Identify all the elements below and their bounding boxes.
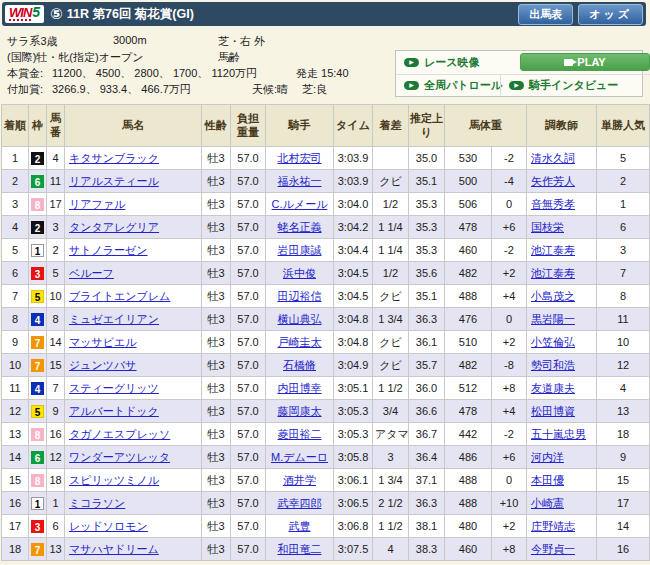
frame-cell: 1: [29, 492, 47, 515]
jockey-link[interactable]: 武豊: [289, 520, 311, 532]
weather: 天候:晴: [252, 82, 288, 97]
trainer-cell: 矢作芳人: [527, 170, 597, 193]
horse-name-link[interactable]: リアルスティール: [69, 175, 159, 187]
jockey-link[interactable]: 酒井学: [283, 474, 316, 486]
trainer-link[interactable]: 五十嵐忠男: [531, 428, 586, 440]
horse-name-link[interactable]: リアファル: [69, 198, 125, 210]
frame-badge: 3: [31, 267, 44, 280]
trainer-link[interactable]: 小島茂之: [531, 290, 575, 302]
horse-name-link[interactable]: キタサンブラック: [69, 152, 159, 164]
horse-name-link[interactable]: ブライトエンブレム: [69, 290, 170, 302]
race-age-rule: 馬齢: [218, 50, 240, 65]
horse-name-link[interactable]: サトノラーゼン: [69, 244, 148, 256]
race-video-link[interactable]: ▶レース映像: [404, 55, 480, 70]
jockey-link[interactable]: 内田博幸: [278, 382, 322, 394]
jockey-cell: 浜中俊: [266, 262, 334, 285]
margin-cell: 1 3/4: [373, 308, 409, 331]
trainer-link[interactable]: 勢司和浩: [531, 359, 575, 371]
jockey-cell: 武幸四郎: [266, 492, 334, 515]
rank-cell: 3: [2, 193, 29, 216]
horse-name-link[interactable]: タンタアレグリア: [69, 221, 159, 233]
trainer-link[interactable]: 黒岩陽一: [531, 313, 575, 325]
patrol-cell: ▶全周パトロール: [396, 74, 500, 97]
jockey-link[interactable]: 北村宏司: [278, 152, 322, 164]
jockey-link[interactable]: 田辺裕信: [278, 290, 322, 302]
horse-name-link[interactable]: マサハヤドリーム: [69, 543, 159, 555]
margin-cell: 1 1/4: [373, 239, 409, 262]
jockey-link[interactable]: 藤岡康太: [278, 405, 322, 417]
jockey-link[interactable]: 武幸四郎: [278, 497, 322, 509]
jockey-link[interactable]: 石橋脩: [283, 359, 316, 371]
horse-name-link[interactable]: タガノエスプレッソ: [69, 428, 170, 440]
trainer-link[interactable]: 池江泰寿: [531, 267, 575, 279]
weight-diff-cell: 0: [492, 308, 527, 331]
jockey-link[interactable]: M.デムーロ: [271, 451, 328, 463]
frame-badge: 2: [31, 221, 44, 234]
horse-name-link[interactable]: ミュゼエイリアン: [69, 313, 159, 325]
trainer-cell: 小崎憲: [527, 492, 597, 515]
jockey-link[interactable]: 福永祐一: [278, 175, 322, 187]
horse-name-cell: タガノエスプレッソ: [65, 423, 202, 446]
trainer-link[interactable]: 小笠倫弘: [531, 336, 575, 348]
horse-name-link[interactable]: レッドソロモン: [69, 520, 148, 532]
jockey-cell: 酒井学: [266, 469, 334, 492]
trainer-link[interactable]: 河内洋: [531, 451, 564, 463]
trainer-link[interactable]: 国枝栄: [531, 221, 564, 233]
trainer-link[interactable]: 池江泰寿: [531, 244, 575, 256]
jockey-cell: 戸崎圭太: [266, 331, 334, 354]
trainer-link[interactable]: 本田優: [531, 474, 564, 486]
win5-logo-5: 5: [32, 6, 40, 19]
play-button[interactable]: PLAY: [520, 53, 650, 71]
horse-name-link[interactable]: ワンダーアツレッタ: [69, 451, 170, 463]
trainer-link[interactable]: 友道康夫: [531, 382, 575, 394]
horse-name-link[interactable]: ベルーフ: [69, 267, 114, 279]
col-last3f: 推定上り: [409, 105, 445, 147]
last3f-cell: 35.1: [409, 170, 445, 193]
rank-cell: 18: [2, 538, 29, 561]
jockey-link[interactable]: 浜中俊: [283, 267, 316, 279]
jockey-link[interactable]: 菱田裕二: [278, 428, 322, 440]
popularity-cell: 1: [597, 193, 650, 216]
table-row: 17 3 6 レッドソロモン 牡3 57.0 武豊 3:06.8 1 1/2 3…: [2, 515, 650, 538]
jockey-link[interactable]: 横山典弘: [278, 313, 322, 325]
entries-button[interactable]: 出馬表: [518, 4, 573, 25]
trainer-cell: 池江泰寿: [527, 262, 597, 285]
jockey-link[interactable]: C.ルメール: [272, 198, 328, 210]
trainer-link[interactable]: 今野貞一: [531, 543, 575, 555]
trainer-link[interactable]: 矢作芳人: [531, 175, 575, 187]
col-time: タイム: [334, 105, 373, 147]
horse-name-link[interactable]: アルバートドック: [69, 405, 159, 417]
sex-age-cell: 牡3: [202, 262, 231, 285]
trainer-link[interactable]: 清水久詞: [531, 152, 575, 164]
trainer-link[interactable]: 小崎憲: [531, 497, 564, 509]
horse-name-link[interactable]: ジュンツバサ: [69, 359, 137, 371]
jockey-link[interactable]: 蛯名正義: [278, 221, 322, 233]
frame-cell: 5: [29, 400, 47, 423]
interview-cell: ▶騎手インタビュー: [500, 74, 650, 97]
trainer-link[interactable]: 松田博資: [531, 405, 575, 417]
horse-number-cell: 2: [47, 239, 65, 262]
jockey-link[interactable]: 戸崎圭太: [278, 336, 322, 348]
horse-name-link[interactable]: スティーグリッツ: [69, 382, 159, 394]
table-row: 2 6 11 リアルスティール 牡3 57.0 福永祐一 3:03.9 クビ 3…: [2, 170, 650, 193]
jockey-link[interactable]: 和田竜二: [278, 543, 322, 555]
jockey-interview-link[interactable]: ▶騎手インタビュー: [509, 78, 618, 93]
trainer-link[interactable]: 庄野靖志: [531, 520, 575, 532]
col-load: 負担重量: [231, 105, 266, 147]
horse-name-link[interactable]: マッサビエル: [69, 336, 137, 348]
col-name: 馬名: [65, 105, 202, 147]
horse-name-cell: アルバートドック: [65, 400, 202, 423]
odds-button[interactable]: オッズ: [578, 4, 643, 25]
trainer-link[interactable]: 音無秀孝: [531, 198, 575, 210]
horse-name-cell: ミコラソン: [65, 492, 202, 515]
horse-name-link[interactable]: スピリッツミノル: [69, 474, 159, 486]
load-weight-cell: 57.0: [231, 262, 266, 285]
patrol-video-link[interactable]: ▶全周パトロール: [404, 78, 502, 93]
margin-cell: 1 3/4: [373, 469, 409, 492]
time-cell: 3:04.8: [334, 308, 373, 331]
time-cell: 3:04.9: [334, 354, 373, 377]
popularity-cell: 3: [597, 239, 650, 262]
horse-name-link[interactable]: ミコラソン: [69, 497, 125, 509]
jockey-link[interactable]: 岩田康誠: [278, 244, 322, 256]
frame-badge: 4: [31, 382, 44, 395]
